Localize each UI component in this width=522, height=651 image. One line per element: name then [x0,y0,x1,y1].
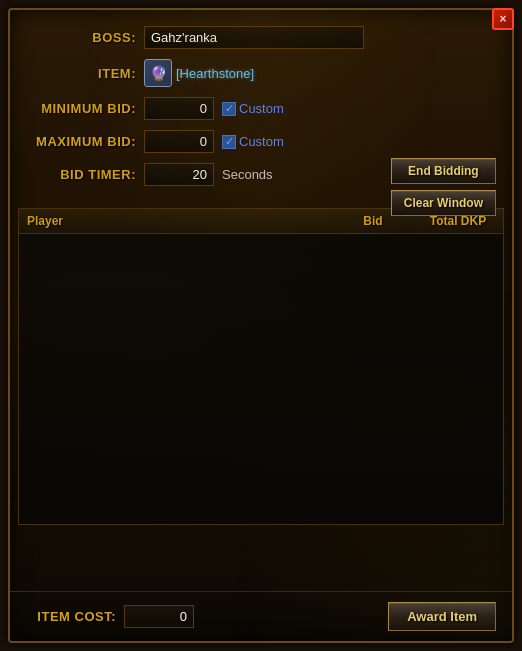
min-bid-custom-checkbox[interactable]: ✓ Custom [222,101,284,116]
max-bid-custom-label: Custom [239,134,284,149]
bottom-section: ITEM COST: Award Item [10,591,512,641]
max-bid-input[interactable] [144,130,214,153]
max-bid-label: MAXIMUM BID: [26,134,136,149]
item-label: ITEM: [26,66,136,81]
item-name: [Hearthstone] [176,66,254,81]
end-bidding-button[interactable]: End Bidding [391,158,496,184]
main-window: × BOSS: ITEM: 🔮 [Hearthstone] MINIMUM BI… [8,8,514,643]
clear-window-button[interactable]: Clear Window [391,190,496,216]
right-buttons-group: End Bidding Clear Window [391,158,496,216]
item-icon: 🔮 [144,59,172,87]
item-display: 🔮 [Hearthstone] [144,59,254,87]
column-header-player: Player [19,209,333,233]
bid-timer-label: BID TIMER: [26,167,136,182]
award-item-button[interactable]: Award Item [388,602,496,631]
min-bid-checkmark: ✓ [222,102,236,116]
table-body [19,234,503,524]
min-bid-label: MINIMUM BID: [26,101,136,116]
boss-row: BOSS: [26,26,496,49]
close-button[interactable]: × [492,8,514,30]
max-bid-checkmark: ✓ [222,135,236,149]
seconds-label: Seconds [222,167,273,182]
item-cost-input[interactable] [124,605,194,628]
min-bid-custom-label: Custom [239,101,284,116]
max-bid-row: MAXIMUM BID: ✓ Custom [26,130,496,153]
item-row: ITEM: 🔮 [Hearthstone] [26,59,496,87]
item-cost-label: ITEM COST: [26,609,116,624]
bid-table: Player Bid Total DKP [18,208,504,525]
max-bid-custom-checkbox[interactable]: ✓ Custom [222,134,284,149]
bid-timer-input[interactable] [144,163,214,186]
min-bid-input[interactable] [144,97,214,120]
min-bid-row: MINIMUM BID: ✓ Custom [26,97,496,120]
boss-label: BOSS: [26,30,136,45]
boss-input[interactable] [144,26,364,49]
